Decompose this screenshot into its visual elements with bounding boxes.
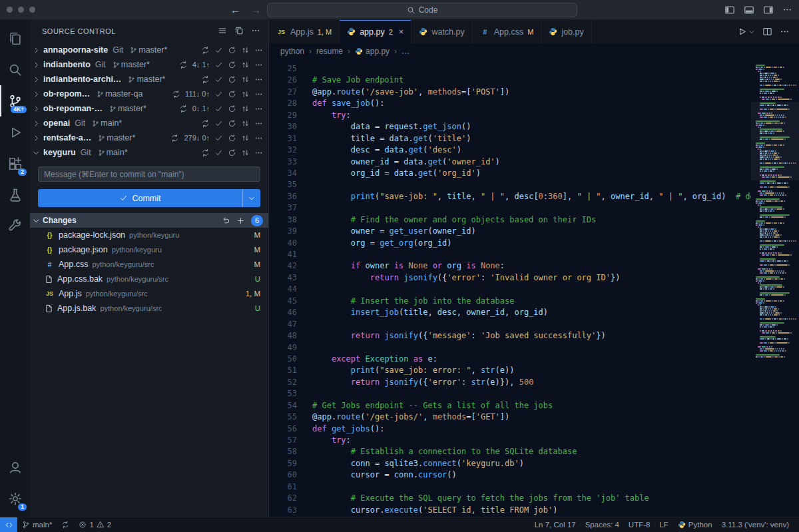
more-actions-icon[interactable] — [254, 75, 263, 84]
toggle-panel-icon[interactable] — [744, 5, 754, 15]
push-pull-icon[interactable] — [241, 148, 250, 157]
commit-check-icon[interactable] — [214, 61, 223, 69]
repo-row[interactable]: ob-repom…master-qa111↓ 0↑ — [30, 87, 268, 101]
commit-message-input[interactable] — [38, 166, 260, 182]
code-line[interactable]: 54# Get Jobs endpoint -- Gets a list of … — [269, 400, 751, 411]
close-icon[interactable]: × — [399, 27, 404, 37]
tab-app.py[interactable]: app.py2× — [340, 20, 411, 43]
code-line[interactable]: 37 — [269, 202, 751, 214]
remote-indicator[interactable] — [0, 517, 17, 532]
code-line[interactable]: 50 except Exception as e: — [269, 354, 751, 365]
more-actions-icon[interactable] — [254, 105, 263, 113]
code-line[interactable]: 26# Save Job endpoint — [269, 75, 751, 86]
code-line[interactable]: 57 try: — [269, 435, 751, 446]
sync-icon[interactable] — [172, 90, 180, 99]
push-pull-icon[interactable] — [241, 90, 250, 99]
activity-explorer[interactable] — [0, 23, 30, 54]
breadcrumb-item[interactable]: python — [280, 47, 304, 56]
code-editor[interactable]: 2526# Save Job endpoint27@app.route('/sa… — [269, 59, 751, 517]
code-line[interactable]: 38 # Find the owner and org objects base… — [269, 214, 751, 226]
code-line[interactable]: 25 — [269, 63, 751, 75]
commit-button[interactable]: Commit — [38, 189, 260, 207]
sync-icon[interactable] — [179, 61, 188, 69]
minimap[interactable] — [751, 59, 799, 517]
more-actions-icon[interactable] — [782, 5, 792, 15]
activity-tools[interactable] — [0, 210, 30, 242]
changed-file-row[interactable]: JSApp.jspython/keyguru/src1, M — [30, 286, 268, 301]
repositories-icon[interactable] — [234, 26, 244, 35]
split-editor-icon[interactable] — [762, 27, 772, 37]
breadcrumb-item[interactable]: … — [401, 47, 409, 56]
code-line[interactable]: 47 — [269, 319, 751, 330]
tab-watch.py[interactable]: watch.py — [411, 20, 472, 43]
status-item-1[interactable]: Spaces: 4 — [581, 517, 624, 532]
toggle-sidebar-icon[interactable] — [724, 5, 735, 15]
code-line[interactable]: 46 insert_job(title, desc, owner_id, org… — [269, 307, 751, 318]
code-line[interactable]: 61 — [269, 481, 751, 493]
toggle-secondary-sidebar-icon[interactable] — [763, 5, 774, 15]
code-line[interactable]: 40 org = get_org(org_id) — [269, 238, 751, 249]
command-center-search[interactable]: Code — [267, 3, 577, 17]
push-pull-icon[interactable] — [241, 46, 250, 55]
commit-check-icon[interactable] — [214, 75, 223, 84]
forward-icon[interactable]: → — [251, 4, 261, 15]
code-line[interactable]: 55@app.route('/get-jobs/', methods=['GET… — [269, 411, 751, 423]
code-line[interactable]: 35 — [269, 179, 751, 190]
breadcrumb[interactable]: python›resume›app.py›… — [269, 43, 799, 59]
stage-all-icon[interactable] — [236, 216, 245, 225]
code-line[interactable]: 62 # Execute the SQL query to fetch the … — [269, 493, 751, 504]
code-line[interactable]: 63 cursor.execute('SELECT id, title FROM… — [269, 505, 751, 516]
push-pull-icon[interactable] — [241, 105, 250, 113]
commit-check-icon[interactable] — [214, 119, 223, 128]
changed-file-row[interactable]: {}package.jsonpython/keyguruM — [30, 242, 268, 257]
code-line[interactable]: 32 desc = data.get('desc') — [269, 144, 751, 156]
status-branch[interactable]: main* — [17, 517, 57, 532]
repo-row[interactable]: rentsafe-a…master*279↓ 0↑ — [30, 131, 268, 145]
code-line[interactable]: 27@app.route('/save-job', methods=['POST… — [269, 87, 751, 98]
zoom-window-icon[interactable] — [29, 7, 35, 13]
code-line[interactable]: 48 return jsonify({'message': 'Job saved… — [269, 330, 751, 342]
commit-button-main[interactable]: Commit — [38, 189, 242, 207]
repo-row[interactable]: annapoorna-siteGitmaster* — [30, 43, 268, 57]
code-line[interactable]: 36 print("save-job: ", title, " | ", des… — [269, 191, 751, 202]
minimize-window-icon[interactable] — [18, 7, 24, 13]
activity-search[interactable] — [0, 54, 30, 85]
code-line[interactable]: 39 owner = get_user(owner_id) — [269, 226, 751, 237]
more-actions-icon[interactable] — [254, 148, 263, 157]
back-icon[interactable]: ← — [230, 4, 240, 15]
commit-check-icon[interactable] — [214, 46, 223, 55]
changes-section-header[interactable]: Changes 6 — [30, 213, 268, 228]
status-item-0[interactable]: Ln 7, Col 17 — [530, 517, 581, 532]
status-sync[interactable] — [57, 517, 74, 532]
repo-row[interactable]: keyguruGitmain* — [30, 145, 268, 160]
window-controls[interactable] — [7, 7, 35, 13]
close-window-icon[interactable] — [7, 7, 13, 13]
refresh-icon[interactable] — [228, 61, 236, 69]
code-line[interactable]: 42 if owner is None or org is None: — [269, 260, 751, 272]
refresh-icon[interactable] — [228, 105, 236, 113]
status-item-5[interactable]: 3.11.3 ('venv': venv) — [717, 517, 794, 532]
sync-icon[interactable] — [170, 134, 179, 142]
more-actions-icon[interactable] — [254, 90, 263, 99]
code-line[interactable]: 31 title = data.get('title') — [269, 133, 751, 144]
tab-job.py[interactable]: job.py — [541, 20, 591, 43]
activity-extensions[interactable]: 2 — [0, 148, 30, 179]
sync-icon[interactable] — [179, 105, 188, 113]
code-line[interactable]: 30 data = request.get_json() — [269, 121, 751, 133]
changed-file-row[interactable]: #App.csspython/keyguru/srcM — [30, 257, 268, 272]
sync-icon[interactable] — [201, 75, 210, 84]
changed-file-row[interactable]: {}package-lock.jsonpython/keyguruM — [30, 228, 268, 242]
breadcrumb-item[interactable]: app.py — [355, 47, 390, 56]
push-pull-icon[interactable] — [241, 75, 250, 84]
code-line[interactable]: 41 — [269, 249, 751, 260]
tab-App.css[interactable]: #App.cssM — [473, 20, 542, 43]
code-line[interactable]: 44 — [269, 284, 751, 295]
more-actions-icon[interactable] — [254, 134, 263, 142]
code-line[interactable]: 56def get_jobs(): — [269, 423, 751, 435]
status-item-4[interactable]: Python — [673, 517, 717, 532]
status-problems[interactable]: 1 2 — [74, 517, 116, 532]
push-pull-icon[interactable] — [241, 61, 250, 69]
run-python-icon[interactable] — [737, 27, 747, 37]
more-actions-icon[interactable] — [780, 27, 790, 37]
status-item-3[interactable]: LF — [655, 517, 672, 532]
